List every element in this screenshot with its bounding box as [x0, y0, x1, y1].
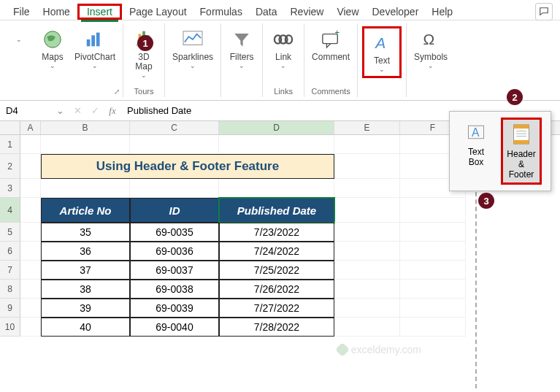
table-cell[interactable]: 37	[41, 261, 130, 280]
svg-text:Ω: Ω	[423, 31, 435, 47]
maps-button[interactable]: Maps ⌄	[37, 26, 69, 71]
text-button[interactable]: A Text ⌄	[366, 30, 398, 74]
svg-point-10	[285, 35, 292, 43]
text-icon: A	[370, 31, 394, 55]
menu-developer[interactable]: Developer	[367, 4, 425, 20]
sheet-title[interactable]: Using Header & Footer Feature	[41, 154, 334, 179]
pivotchart-icon	[83, 28, 107, 51]
menu-file[interactable]: File	[7, 4, 36, 20]
svg-rect-2	[91, 35, 95, 46]
menu-review[interactable]: Review	[285, 4, 330, 20]
th-published[interactable]: Published Date	[219, 198, 334, 223]
step-3-badge: 3	[478, 193, 494, 209]
cancel-icon[interactable]: ✕	[69, 105, 86, 116]
watermark: exceldemy.com	[337, 344, 421, 356]
filter-icon	[230, 28, 253, 51]
table-cell[interactable]: 7/24/2022	[219, 242, 334, 261]
row-4[interactable]: 4	[0, 198, 20, 223]
row-3[interactable]: 3	[0, 179, 20, 198]
svg-text:+: +	[335, 30, 340, 36]
highlight-insert: Insert	[77, 4, 122, 20]
table-cell[interactable]: 7/26/2022	[219, 280, 334, 299]
menu-page-layout[interactable]: Page Layout	[123, 4, 193, 20]
table-cell[interactable]: 69-0035	[130, 223, 219, 242]
fx-icon[interactable]: fx	[104, 105, 121, 117]
col-C[interactable]: C	[130, 121, 219, 134]
svg-rect-23	[337, 344, 348, 356]
group-comments-label: Comments	[311, 85, 350, 97]
col-B[interactable]: B	[41, 121, 130, 134]
select-all-corner[interactable]	[0, 121, 20, 134]
row-6[interactable]: 6	[0, 242, 20, 261]
enter-icon[interactable]: ✓	[86, 105, 104, 116]
header-footer-icon	[510, 123, 533, 146]
globe-icon	[41, 28, 64, 51]
table-cell[interactable]: 69-0040	[130, 318, 219, 337]
name-box[interactable]	[0, 103, 51, 118]
svg-rect-1	[87, 39, 91, 46]
dialog-launcher-icon[interactable]: ⤢	[114, 88, 120, 96]
link-icon	[272, 28, 295, 51]
row-10[interactable]: 10	[0, 318, 20, 337]
text-dropdown: A Text Box Header & Footer	[449, 111, 551, 191]
table-cell[interactable]: 35	[41, 223, 130, 242]
row-2[interactable]: 2	[0, 154, 20, 179]
sparklines-icon	[181, 28, 204, 51]
table-cell[interactable]: 69-0038	[130, 280, 219, 299]
menu-bar: File Home Insert Page Layout Formulas Da…	[0, 0, 560, 20]
ribbon-prev-btn[interactable]: ⌄	[4, 26, 34, 54]
col-A[interactable]: A	[20, 121, 41, 134]
comment-button[interactable]: + Comment	[309, 26, 353, 64]
row-9[interactable]: 9	[0, 299, 20, 318]
row-1[interactable]: 1	[0, 135, 20, 154]
comment-icon: +	[319, 28, 342, 51]
menu-help[interactable]: Help	[426, 4, 459, 20]
link-button[interactable]: Link ⌄	[267, 26, 299, 71]
menu-insert[interactable]: Insert	[81, 4, 118, 22]
ribbon: ⌄ Maps ⌄ PivotChart ⌄ ⤢	[0, 20, 560, 101]
table-cell[interactable]: 7/23/2022	[219, 223, 334, 242]
name-box-dropdown-icon[interactable]: ⌄	[51, 105, 69, 116]
row-7[interactable]: 7	[0, 261, 20, 280]
row-8[interactable]: 8	[0, 280, 20, 299]
table-cell[interactable]: 38	[41, 280, 130, 299]
table-cell[interactable]: 69-0037	[130, 261, 219, 280]
svg-text:A: A	[472, 126, 480, 139]
table-cell[interactable]: 7/25/2022	[219, 261, 334, 280]
col-E[interactable]: E	[334, 121, 400, 134]
table-cell[interactable]: 36	[41, 242, 130, 261]
menu-view[interactable]: View	[331, 4, 364, 20]
symbols-icon: Ω	[419, 28, 442, 51]
textbox-button[interactable]: A Text Box	[456, 118, 496, 185]
svg-rect-19	[514, 140, 529, 144]
step-1-badge: 1	[137, 35, 153, 51]
header-footer-button[interactable]: Header & Footer	[501, 118, 542, 185]
group-links-label: Links	[274, 85, 293, 97]
svg-rect-8	[183, 31, 202, 45]
textbox-icon: A	[464, 120, 488, 144]
th-id[interactable]: ID	[130, 198, 219, 223]
menu-data[interactable]: Data	[250, 4, 283, 20]
menu-home[interactable]: Home	[37, 4, 76, 20]
comments-toggle-icon[interactable]	[535, 3, 553, 20]
filters-button[interactable]: Filters ⌄	[226, 26, 258, 71]
step-2-badge: 2	[507, 89, 523, 105]
highlight-text: A Text ⌄	[362, 26, 402, 78]
row-5[interactable]: 5	[0, 223, 20, 242]
pivotchart-button[interactable]: PivotChart ⌄	[72, 26, 118, 71]
table-cell[interactable]: 69-0036	[130, 242, 219, 261]
col-D[interactable]: D	[219, 121, 334, 134]
group-tours-label: Tours	[134, 85, 154, 97]
table-cell[interactable]: 40	[41, 318, 130, 337]
svg-rect-3	[96, 33, 100, 47]
symbols-button[interactable]: Ω Symbols ⌄	[411, 26, 450, 71]
menu-formulas[interactable]: Formulas	[194, 4, 248, 20]
svg-rect-18	[514, 125, 529, 128]
table-cell[interactable]: 7/27/2022	[219, 299, 334, 318]
sparklines-button[interactable]: Sparklines ⌄	[169, 26, 216, 71]
table-cell[interactable]: 39	[41, 299, 130, 318]
table-cell[interactable]: 69-0039	[130, 299, 219, 318]
th-article[interactable]: Article No	[41, 198, 130, 223]
table-cell[interactable]: 7/28/2022	[219, 318, 334, 337]
svg-text:A: A	[374, 34, 386, 51]
